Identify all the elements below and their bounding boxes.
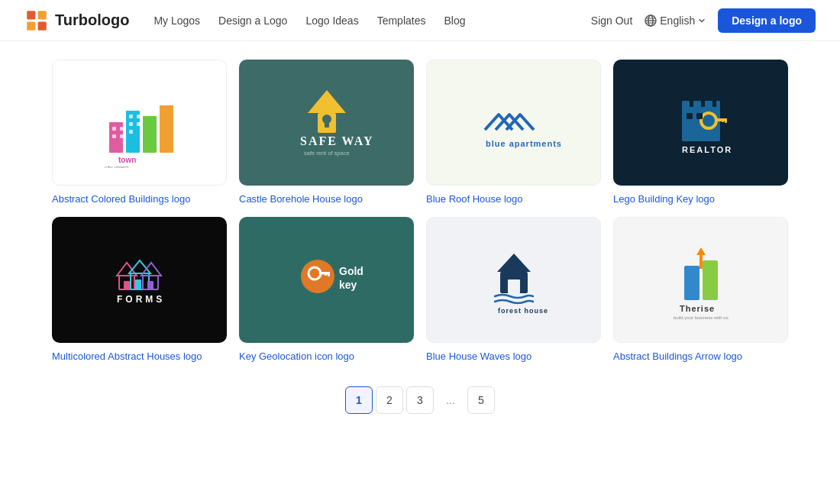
svg-rect-33: [693, 101, 701, 110]
svg-rect-63: [508, 279, 520, 293]
svg-rect-14: [112, 134, 116, 138]
logo-card-blue-roof-house[interactable]: blue apartments Blue Roof House logo: [420, 53, 607, 211]
svg-text:build your business with us: build your business with us: [674, 315, 729, 320]
logo-card-key-geolocation-icon[interactable]: Gold key Key Geolocation icon logo: [233, 211, 420, 368]
brand-name: Turbologo: [55, 11, 129, 29]
page-1-button[interactable]: 1: [345, 386, 373, 414]
logo-preview-multicolored-abstract-houses: FORMS: [52, 217, 227, 343]
svg-rect-41: [696, 113, 703, 119]
nav-logo-ideas[interactable]: Logo Ideas: [305, 15, 358, 27]
nav-templates[interactable]: Templates: [377, 15, 426, 27]
svg-rect-38: [725, 118, 727, 123]
svg-rect-57: [328, 272, 330, 276]
logo-label-abstract-buildings-arrow: Abstract Buildings Arrow logo: [613, 351, 788, 362]
logo-card-lego-building-key[interactable]: REALTOR Lego Building Key logo: [607, 53, 794, 211]
svg-rect-15: [120, 127, 124, 131]
svg-rect-17: [129, 115, 133, 118]
logo-preview-castle-borehole-house: SAFE WAY safe rent of space: [239, 60, 414, 186]
nav-right: Sign Out English Design a logo: [591, 8, 816, 33]
logo-card-blue-house-waves[interactable]: forest house Blue House Waves logo: [420, 211, 607, 368]
logo-label-lego-building-key: Lego Building Key logo: [613, 193, 788, 205]
svg-rect-16: [120, 134, 124, 138]
svg-rect-68: [699, 255, 703, 269]
logo-preview-blue-house-waves: forest house: [427, 218, 600, 342]
page-5-button[interactable]: 5: [467, 386, 495, 414]
svg-rect-66: [703, 260, 718, 300]
navbar: Turbologo My Logos Design a Logo Logo Id…: [0, 0, 840, 41]
svg-rect-40: [687, 113, 693, 119]
svg-text:forest house: forest house: [498, 307, 548, 315]
nav-links: My Logos Design a Logo Logo Ideas Templa…: [153, 15, 465, 27]
nav-my-logos[interactable]: My Logos: [153, 15, 200, 27]
brand-logo[interactable]: Turbologo: [24, 8, 129, 33]
svg-text:safe rent of space: safe rent of space: [304, 150, 350, 157]
svg-text:Gold: Gold: [339, 265, 363, 277]
page-2-button[interactable]: 2: [376, 386, 403, 414]
svg-marker-24: [308, 90, 346, 113]
nav-left: Turbologo My Logos Design a Logo Logo Id…: [24, 8, 466, 33]
svg-rect-19: [129, 130, 133, 134]
svg-rect-21: [137, 122, 141, 126]
svg-rect-18: [129, 122, 133, 126]
svg-rect-11: [143, 116, 157, 153]
logo-label-blue-house-waves: Blue House Waves logo: [426, 351, 601, 362]
logo-label-multicolored-abstract-houses: Multicolored Abstract Houses logo: [52, 351, 227, 362]
globe-icon: [645, 15, 657, 27]
svg-rect-13: [112, 127, 116, 131]
svg-rect-3: [38, 21, 47, 30]
svg-text:SAFE WAY: SAFE WAY: [300, 134, 373, 147]
logo-card-abstract-buildings-arrow[interactable]: Therise build your business with us Abst…: [607, 211, 794, 368]
svg-rect-32: [682, 101, 690, 110]
svg-rect-34: [705, 101, 712, 110]
svg-rect-51: [147, 281, 153, 289]
svg-text:town: town: [118, 156, 136, 164]
logo-preview-lego-building-key: REALTOR: [613, 60, 788, 186]
language-selector[interactable]: English: [645, 15, 706, 27]
logo-card-castle-borehole-house[interactable]: SAFE WAY safe rent of space Castle Boreh…: [233, 53, 420, 211]
svg-text:city object: city object: [105, 165, 128, 168]
pagination: 1 2 3 ... 5: [0, 386, 840, 414]
svg-rect-0: [27, 11, 35, 19]
sign-out-button[interactable]: Sign Out: [591, 15, 632, 27]
svg-text:blue apartments: blue apartments: [486, 139, 562, 148]
logo-label-key-geolocation-icon: Key Geolocation icon logo: [239, 351, 414, 362]
logo-label-castle-borehole-house: Castle Borehole House logo: [239, 193, 414, 205]
svg-rect-12: [160, 105, 173, 153]
svg-text:key: key: [339, 279, 357, 291]
nav-design-logo[interactable]: Design a Logo: [218, 15, 287, 27]
logo-preview-blue-roof-house: blue apartments: [427, 60, 600, 185]
svg-text:REALTOR: REALTOR: [682, 145, 732, 154]
page-dots: ...: [437, 386, 464, 414]
nav-blog[interactable]: Blog: [444, 15, 465, 27]
logo-card-multicolored-abstract-houses[interactable]: FORMS Multicolored Abstract Houses logo: [46, 211, 233, 368]
svg-marker-67: [696, 247, 706, 255]
turbologo-icon: [24, 8, 49, 33]
logo-label-blue-roof-house: Blue Roof House logo: [426, 193, 601, 205]
svg-rect-1: [38, 11, 47, 19]
svg-rect-27: [325, 121, 329, 128]
logo-label-abstract-colored-buildings: Abstract Colored Buildings logo: [52, 193, 227, 205]
design-a-logo-button[interactable]: Design a logo: [718, 8, 816, 33]
logo-preview-abstract-buildings-arrow: Therise build your business with us: [614, 218, 787, 342]
svg-rect-2: [27, 21, 35, 30]
svg-rect-58: [325, 272, 327, 276]
svg-rect-39: [722, 118, 724, 122]
logo-card-abstract-colored-buildings[interactable]: town city object Abstract Colored Buildi…: [46, 53, 233, 211]
svg-rect-45: [124, 281, 130, 289]
language-label: English: [660, 15, 695, 27]
svg-rect-65: [684, 266, 699, 300]
logo-preview-key-geolocation-icon: Gold key: [239, 217, 414, 343]
svg-rect-20: [137, 115, 141, 118]
svg-rect-35: [716, 101, 720, 110]
svg-text:Therise: Therise: [680, 304, 715, 313]
page-3-button[interactable]: 3: [406, 386, 434, 414]
chevron-down-icon: [698, 17, 706, 24]
svg-rect-48: [135, 279, 141, 289]
svg-text:FORMS: FORMS: [117, 294, 165, 305]
logo-preview-abstract-colored-buildings: town city object: [53, 60, 226, 185]
svg-marker-61: [497, 254, 531, 272]
logo-gallery: town city object Abstract Colored Buildi…: [0, 53, 840, 368]
